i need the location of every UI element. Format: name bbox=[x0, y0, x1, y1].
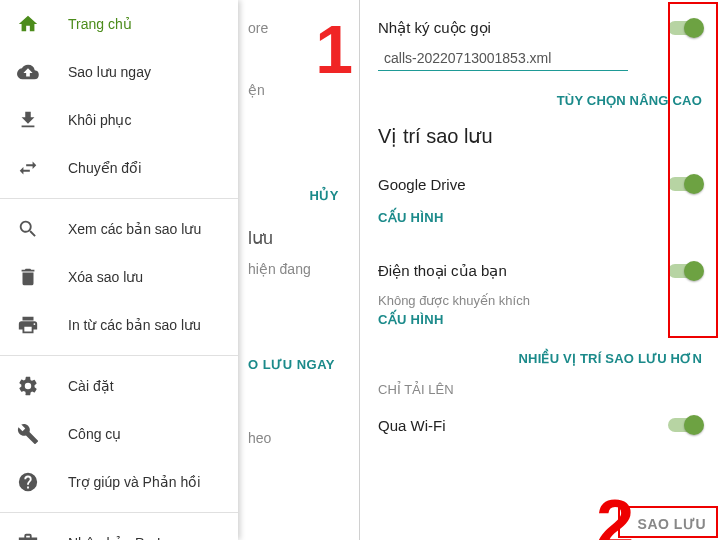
right-screenshot: Nhật ký cuộc gọi TÙY CHỌN NÂNG CAO Vị tr… bbox=[360, 0, 720, 540]
call-log-label: Nhật ký cuộc gọi bbox=[378, 19, 491, 37]
drawer-label: Công cụ bbox=[68, 426, 121, 442]
drawer-item-settings[interactable]: Cài đặt bbox=[0, 362, 238, 410]
drawer-item-tools[interactable]: Công cụ bbox=[0, 410, 238, 458]
drawer-item-backup-now[interactable]: Sao lưu ngay bbox=[0, 48, 238, 96]
print-icon bbox=[16, 313, 40, 337]
divider bbox=[0, 198, 238, 199]
backup-location-title: Vị trí sao lưu bbox=[360, 118, 720, 162]
trash-icon bbox=[16, 265, 40, 289]
drawer-label: Xóa sao lưu bbox=[68, 269, 143, 285]
drawer-label: Cài đặt bbox=[68, 378, 114, 394]
your-phone-toggle[interactable] bbox=[668, 264, 702, 278]
wifi-label: Qua Wi-Fi bbox=[378, 417, 446, 434]
call-log-toggle[interactable] bbox=[668, 21, 702, 35]
search-icon bbox=[16, 217, 40, 241]
home-icon bbox=[16, 12, 40, 36]
more-locations-header[interactable]: NHIỀU VỊ TRÍ SAO LƯU HƠN bbox=[360, 339, 720, 376]
drawer-item-pro[interactable]: Nhận bản Pro! bbox=[0, 519, 238, 540]
drawer-label: Trợ giúp và Phản hồi bbox=[68, 474, 200, 490]
save-button[interactable]: SAO LƯU bbox=[638, 516, 706, 532]
advanced-options-header[interactable]: TÙY CHỌN NÂNG CAO bbox=[360, 81, 720, 118]
help-icon bbox=[16, 470, 40, 494]
wifi-toggle[interactable] bbox=[668, 418, 702, 432]
filename-input[interactable] bbox=[378, 46, 628, 71]
phone-warning: Không được khuyến khích bbox=[378, 293, 702, 308]
drawer-item-view-backups[interactable]: Xem các bản sao lưu bbox=[0, 205, 238, 253]
gear-icon bbox=[16, 374, 40, 398]
drawer-label: Khôi phục bbox=[68, 112, 131, 128]
your-phone-label: Điện thoại của bạn bbox=[378, 262, 507, 280]
shop-icon bbox=[16, 531, 40, 540]
annotation-number-1: 1 bbox=[315, 10, 353, 88]
phone-configure-button[interactable]: CẤU HÌNH bbox=[378, 308, 702, 339]
drawer-item-delete-backup[interactable]: Xóa sao lưu bbox=[0, 253, 238, 301]
drawer-item-print[interactable]: In từ các bản sao lưu bbox=[0, 301, 238, 349]
google-drive-toggle[interactable] bbox=[668, 177, 702, 191]
swap-icon bbox=[16, 156, 40, 180]
drawer-item-help[interactable]: Trợ giúp và Phản hồi bbox=[0, 458, 238, 506]
navigation-drawer: Trang chủ Sao lưu ngay Khôi phục Chuyển … bbox=[0, 0, 238, 540]
divider bbox=[0, 512, 238, 513]
drawer-label: Trang chủ bbox=[68, 16, 132, 32]
cloud-upload-icon bbox=[16, 60, 40, 84]
annotation-number-2: 2 bbox=[596, 484, 634, 540]
upload-only-label: CHỈ TẢI LÊN bbox=[378, 376, 702, 403]
drawer-label: In từ các bản sao lưu bbox=[68, 317, 201, 333]
drawer-label: Nhận bản Pro! bbox=[68, 535, 161, 540]
drawer-item-home[interactable]: Trang chủ bbox=[0, 0, 238, 48]
drawer-item-convert[interactable]: Chuyển đổi bbox=[0, 144, 238, 192]
wrench-icon bbox=[16, 422, 40, 446]
google-drive-label: Google Drive bbox=[378, 176, 466, 193]
drawer-label: Sao lưu ngay bbox=[68, 64, 151, 80]
drawer-item-restore[interactable]: Khôi phục bbox=[0, 96, 238, 144]
divider bbox=[0, 355, 238, 356]
left-screenshot: 1 Trang chủ Sao lưu ngay Khôi phục Chuyể… bbox=[0, 0, 360, 540]
drawer-label: Chuyển đổi bbox=[68, 160, 141, 176]
drawer-label: Xem các bản sao lưu bbox=[68, 221, 201, 237]
download-icon bbox=[16, 108, 40, 132]
gdrive-configure-button[interactable]: CẤU HÌNH bbox=[378, 206, 702, 237]
